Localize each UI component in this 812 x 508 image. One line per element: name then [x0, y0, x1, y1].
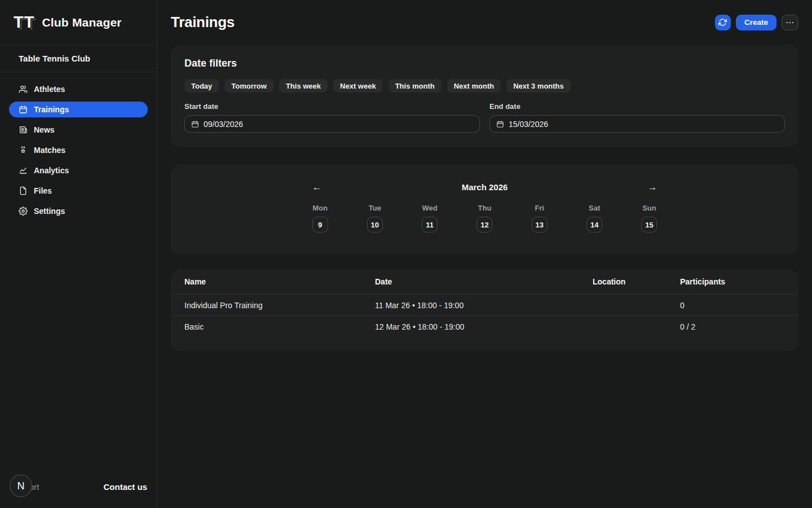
cell-date: 12 Mar 26 • 18:00 - 19:00: [375, 322, 593, 331]
column-header-location: Location: [593, 277, 680, 286]
calendar-header: ← March 2026 →: [311, 181, 659, 193]
sidebar-footer: N Support Contact us: [0, 465, 157, 508]
calendar-month-label: March 2026: [462, 182, 508, 192]
prev-week-arrow-icon[interactable]: ←: [311, 181, 323, 193]
sidebar-item-label: Matches: [34, 146, 65, 154]
cell-name: Individual Pro Training: [184, 301, 375, 310]
day-number[interactable]: 11: [422, 217, 438, 233]
calendar-day-fri: Fri13: [522, 204, 558, 233]
column-header-name: Name: [184, 277, 375, 286]
app-name: Club Manager: [42, 16, 121, 29]
sidebar-item-news[interactable]: News: [9, 122, 148, 138]
create-button[interactable]: Create: [736, 15, 776, 30]
start-date-input[interactable]: 09/03/2026: [184, 115, 480, 133]
ellipsis-icon: ⋯: [785, 18, 795, 27]
cell-date: 11 Mar 26 • 18:00 - 19:00: [375, 301, 593, 310]
day-number[interactable]: 12: [476, 217, 492, 233]
filter-chip-next-week[interactable]: Next week: [333, 79, 383, 93]
sidebar-nav: AthletesTrainingsNewsMatchesAnalyticsFil…: [0, 72, 157, 228]
more-options-button[interactable]: ⋯: [782, 15, 798, 30]
gear-icon: [19, 207, 28, 216]
filter-chip-next-month[interactable]: Next month: [447, 79, 501, 93]
column-header-participants: Participants: [680, 277, 785, 286]
filter-chip-this-week[interactable]: This week: [279, 79, 328, 93]
club-name: Table Tennis Club: [19, 54, 90, 63]
calendar-day-tue: Tue10: [357, 204, 393, 233]
calendar-day-sun: Sun15: [631, 204, 667, 233]
date-filters-card: Date filters TodayTomorrowThis weekNext …: [171, 45, 798, 147]
cell-participants: 0 / 2: [680, 322, 785, 331]
contact-us-link[interactable]: Contact us: [103, 482, 147, 492]
calendar-day-wed: Wed11: [412, 204, 448, 233]
sidebar-item-label: Files: [34, 187, 52, 195]
sidebar-item-settings[interactable]: Settings: [9, 203, 148, 219]
day-name: Sat: [589, 204, 600, 212]
day-name: Fri: [535, 204, 545, 212]
filter-chip-tomorrow[interactable]: Tomorrow: [224, 79, 273, 93]
next-week-arrow-icon[interactable]: →: [647, 181, 659, 193]
app-root: TT Club Manager Table Tennis Club Athlet…: [0, 0, 812, 508]
end-date-label: End date: [489, 102, 785, 111]
page-title: Trainings: [171, 14, 235, 31]
table-row[interactable]: Basic12 Mar 26 • 18:00 - 19:000 / 2: [171, 316, 798, 337]
day-name: Sun: [642, 204, 656, 212]
day-number[interactable]: 13: [532, 217, 548, 233]
tt-logo-icon: TT: [14, 14, 34, 30]
sidebar-item-files[interactable]: Files: [9, 183, 148, 199]
end-date-field: End date 15/03/2026: [489, 102, 785, 133]
cell-participants: 0: [680, 301, 785, 310]
end-date-input[interactable]: 15/03/2026: [489, 115, 785, 133]
sidebar-item-label: Trainings: [34, 106, 69, 113]
refresh-icon: [718, 18, 727, 27]
page-header: Trainings Create ⋯: [171, 0, 798, 45]
table-row[interactable]: Individual Pro Training11 Mar 26 • 18:00…: [171, 294, 798, 316]
avatar[interactable]: N: [10, 475, 32, 497]
start-date-value: 09/03/2026: [204, 120, 243, 129]
calendar-icon: [191, 120, 199, 128]
end-date-value: 15/03/2026: [509, 120, 548, 129]
chart-icon: [19, 166, 28, 175]
filter-chip-this-month[interactable]: This month: [389, 79, 442, 93]
date-filters-title: Date filters: [184, 58, 785, 69]
day-number[interactable]: 14: [586, 217, 602, 233]
table-header-row: NameDateLocationParticipants: [171, 269, 798, 294]
filter-chip-next-3-months[interactable]: Next 3 months: [506, 79, 571, 93]
users-icon: [19, 85, 28, 94]
start-date-field: Start date 09/03/2026: [184, 102, 480, 133]
date-range-fields: Start date 09/03/2026 End date 15: [184, 102, 785, 133]
calendar-day-mon: Mon9: [302, 204, 338, 233]
calendar-days: Mon9Tue10Wed11Thu12Fri13Sat14Sun15: [302, 204, 668, 233]
sidebar: TT Club Manager Table Tennis Club Athlet…: [0, 0, 157, 508]
day-number[interactable]: 15: [641, 217, 657, 233]
cell-name: Basic: [184, 322, 375, 331]
day-number[interactable]: 9: [312, 217, 328, 233]
filter-chip-today[interactable]: Today: [184, 79, 219, 93]
calendar-icon: [496, 120, 504, 128]
main-content: Trainings Create ⋯ Date filters TodayTom…: [157, 0, 812, 508]
day-name: Thu: [478, 204, 492, 212]
sidebar-item-athletes[interactable]: Athletes: [9, 81, 148, 97]
calendar-card: ← March 2026 → Mon9Tue10Wed11Thu12Fri13S…: [171, 164, 798, 254]
calendar-icon: [19, 105, 28, 114]
file-icon: [19, 186, 28, 195]
day-name: Wed: [422, 204, 438, 212]
sidebar-item-trainings[interactable]: Trainings: [9, 102, 148, 117]
column-header-date: Date: [375, 277, 593, 286]
sidebar-item-label: Athletes: [34, 85, 65, 93]
calendar-day-sat: Sat14: [576, 204, 612, 233]
trainings-table-card: NameDateLocationParticipants Individual …: [171, 269, 798, 351]
calendar-day-thu: Thu12: [466, 204, 502, 233]
medal-icon: [19, 146, 28, 155]
sidebar-item-label: News: [34, 126, 55, 134]
sidebar-item-matches[interactable]: Matches: [9, 142, 148, 158]
sidebar-item-analytics[interactable]: Analytics: [9, 163, 148, 178]
start-date-label: Start date: [184, 102, 480, 111]
club-selector[interactable]: Table Tennis Club: [0, 45, 157, 72]
header-actions: Create ⋯: [715, 15, 798, 30]
day-number[interactable]: 10: [367, 217, 383, 233]
avatar-initial: N: [17, 480, 25, 492]
refresh-button[interactable]: [715, 15, 731, 30]
app-logo: TT Club Manager: [0, 0, 157, 45]
table-body: Individual Pro Training11 Mar 26 • 18:00…: [171, 294, 798, 337]
news-icon: [19, 125, 28, 134]
